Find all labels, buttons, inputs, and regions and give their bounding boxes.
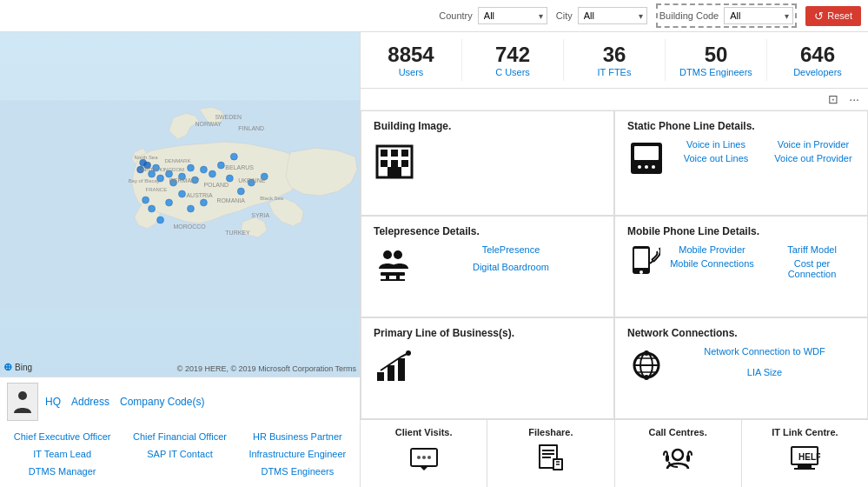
svg-rect-100 bbox=[794, 468, 815, 470]
network-content: Network Connection to WDF LIA Size bbox=[627, 346, 855, 392]
mobile-phone-card: Mobile Phone Line Details. bbox=[614, 216, 868, 317]
cost-per-connection-link[interactable]: Cost per Connection bbox=[769, 258, 855, 279]
network-wdf-link[interactable]: Network Connection to WDF bbox=[674, 346, 855, 357]
building-image-card: Building Image. bbox=[361, 110, 614, 216]
static-phone-content: Voice in Lines Voice in Provider Voice o… bbox=[627, 139, 855, 185]
svg-point-15 bbox=[226, 175, 233, 182]
hq-link[interactable]: HQ bbox=[45, 396, 61, 408]
right-icons-row: ⊡ ··· bbox=[361, 89, 868, 110]
stat-dev-label: Developers bbox=[774, 67, 861, 77]
contact-cfo[interactable]: Chief Financial Officer bbox=[124, 430, 235, 444]
map-copyright: © 2019 HERE, © 2019 Microsoft Corporatio… bbox=[177, 364, 356, 373]
voice-in-provider-link[interactable]: Voice in Provider bbox=[772, 139, 855, 150]
map-area[interactable]: NORWAY SWEDEN FINLAND North Sea Bay of B… bbox=[0, 32, 360, 377]
svg-text:POLAND: POLAND bbox=[203, 182, 229, 188]
svg-point-77 bbox=[644, 350, 649, 356]
mobile-icon bbox=[627, 244, 660, 290]
digital-boardroom-link[interactable]: Digital Boardroom bbox=[421, 262, 601, 272]
svg-rect-52 bbox=[401, 160, 408, 167]
svg-text:GERMANY: GERMANY bbox=[169, 177, 201, 183]
telepresence-content: TelePresence Digital Boardroom bbox=[374, 244, 601, 290]
svg-point-93 bbox=[673, 450, 683, 460]
static-phone-card: Static Phone Line Details. bbox=[614, 110, 868, 216]
lob-icon bbox=[374, 346, 412, 392]
fileshare-card: Fileshare. bbox=[487, 420, 614, 487]
network-card: Network Connections. bbox=[614, 317, 868, 419]
svg-text:FRANCE: FRANCE bbox=[146, 187, 168, 192]
building-code-select[interactable]: All bbox=[724, 7, 793, 24]
building-code-select-wrapper: All bbox=[724, 7, 793, 24]
bing-watermark: ⊕ Bing bbox=[3, 361, 32, 373]
svg-point-57 bbox=[645, 165, 648, 169]
mobile-connections-link[interactable]: Mobile Connections bbox=[669, 258, 755, 279]
city-select[interactable]: All bbox=[578, 7, 647, 24]
reset-label: Reset bbox=[827, 10, 852, 21]
contact-infra[interactable]: Infrastructure Engineer bbox=[242, 447, 353, 461]
voice-in-lines-link[interactable]: Voice in Lines bbox=[674, 139, 758, 150]
svg-point-13 bbox=[209, 170, 215, 177]
svg-point-83 bbox=[427, 456, 431, 459]
fileshare-title: Fileshare. bbox=[496, 427, 605, 437]
svg-text:NORWAY: NORWAY bbox=[195, 121, 222, 127]
voice-out-provider-link[interactable]: Voice out Provider bbox=[772, 153, 855, 163]
contact-teamlead[interactable]: IT Team Lead bbox=[7, 447, 117, 461]
svg-point-23 bbox=[166, 199, 173, 206]
svg-text:Bay of Biscay: Bay of Biscay bbox=[129, 178, 160, 183]
building-code-label: Building Code bbox=[659, 10, 719, 21]
country-select-wrapper: All bbox=[478, 7, 547, 24]
svg-point-71 bbox=[406, 350, 411, 356]
svg-point-45 bbox=[18, 391, 27, 400]
company-code-link[interactable]: Company Code(s) bbox=[120, 396, 204, 408]
it-link-centre-card: IT Link Centre. HELP bbox=[742, 420, 868, 487]
main-content: NORWAY SWEDEN FINLAND North Sea Bay of B… bbox=[0, 32, 868, 487]
tariff-model-link[interactable]: Tariff Model bbox=[769, 244, 855, 255]
bottom-info: HQ Address Company Code(s) Chief Executi… bbox=[0, 377, 360, 487]
telepresence-links: TelePresence Digital Boardroom bbox=[421, 244, 601, 272]
svg-point-24 bbox=[179, 190, 186, 197]
stats-row: 8854 Users 742 C Users 36 IT FTEs 50 DTM… bbox=[361, 32, 868, 89]
svg-point-78 bbox=[644, 375, 649, 380]
primary-lob-card: Primary Line of Business(s). bbox=[361, 317, 614, 419]
city-label: City bbox=[556, 10, 573, 21]
city-select-wrapper: All bbox=[578, 7, 647, 24]
svg-text:UKRAINE: UKRAINE bbox=[238, 177, 265, 183]
primary-lob-title: Primary Line of Business(s). bbox=[374, 327, 601, 339]
svg-rect-68 bbox=[377, 372, 384, 381]
svg-text:MOROCCO: MOROCCO bbox=[174, 223, 207, 230]
telepresence-title: Telepresence Details. bbox=[374, 225, 601, 237]
left-panel: NORWAY SWEDEN FINLAND North Sea Bay of B… bbox=[0, 32, 361, 487]
svg-rect-63 bbox=[396, 276, 400, 279]
contact-hr[interactable]: HR Business Partner bbox=[242, 430, 353, 444]
svg-rect-62 bbox=[386, 276, 389, 279]
telepresence-link[interactable]: TelePresence bbox=[421, 244, 601, 255]
stat-itftes-label: IT FTEs bbox=[571, 67, 658, 77]
contact-dtms-eng[interactable]: DTMS Engineers bbox=[242, 464, 353, 478]
stat-dtms: 50 DTMS Engineers bbox=[666, 39, 767, 81]
client-visits-icon bbox=[369, 443, 478, 480]
voice-out-lines-link[interactable]: Voice out Lines bbox=[674, 153, 758, 163]
phone-icon bbox=[627, 139, 666, 185]
location-links: HQ Address Company Code(s) bbox=[45, 396, 353, 408]
fileshare-icon bbox=[496, 443, 605, 480]
mobile-phone-content: Mobile Provider Tariff Model Mobile Conn… bbox=[627, 244, 855, 290]
stat-cusers-value: 742 bbox=[469, 43, 556, 67]
lia-size-link[interactable]: LIA Size bbox=[674, 367, 855, 377]
svg-rect-64 bbox=[381, 279, 405, 281]
contact-sap[interactable]: SAP IT Contact bbox=[124, 447, 235, 461]
location-icon bbox=[7, 383, 38, 421]
contact-dtms-mgr[interactable]: DTMS Manager bbox=[7, 464, 117, 478]
building-icon bbox=[374, 139, 415, 189]
expand-button[interactable]: ⊡ bbox=[825, 90, 842, 108]
building-image-title: Building Image. bbox=[374, 120, 601, 132]
contact-ceo[interactable]: Chief Executive Officer bbox=[7, 430, 117, 444]
building-image-content bbox=[374, 139, 601, 189]
address-link[interactable]: Address bbox=[71, 396, 109, 408]
svg-text:DENMARK: DENMARK bbox=[165, 158, 191, 163]
svg-text:UNITED KINGDOM: UNITED KINGDOM bbox=[139, 167, 184, 172]
location-row: HQ Address Company Code(s) bbox=[7, 383, 353, 421]
reset-button[interactable]: ↺ Reset bbox=[805, 6, 861, 26]
svg-point-22 bbox=[142, 197, 149, 203]
mobile-provider-link[interactable]: Mobile Provider bbox=[669, 244, 755, 255]
country-select[interactable]: All bbox=[478, 7, 547, 24]
more-button[interactable]: ··· bbox=[845, 90, 863, 108]
